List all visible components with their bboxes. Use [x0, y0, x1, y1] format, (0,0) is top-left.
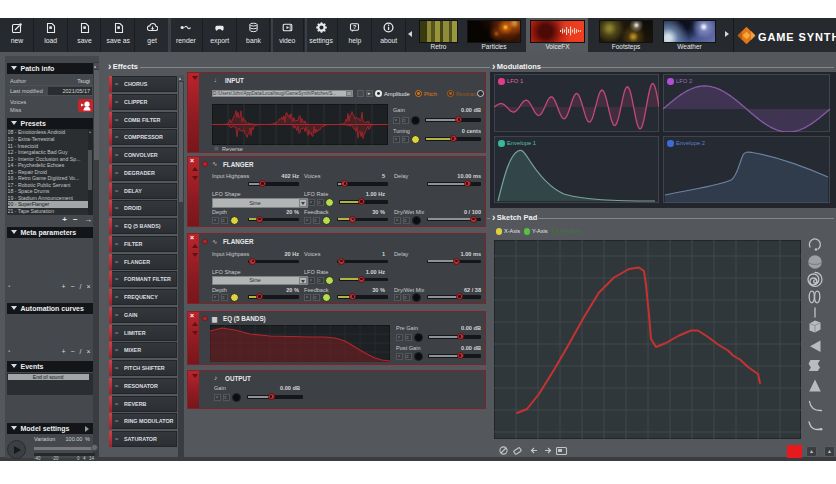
- svg-text:?: ?: [353, 24, 357, 30]
